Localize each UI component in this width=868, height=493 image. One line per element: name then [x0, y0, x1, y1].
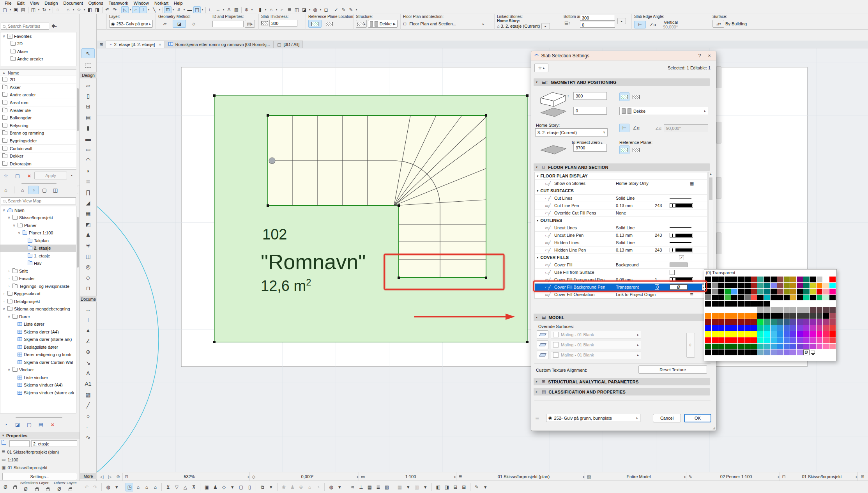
row-override-cut-fill-pens[interactable]: ▭╱Override Cut Fill PensNone — [535, 209, 707, 217]
pen-color-cell[interactable] — [725, 337, 731, 343]
viewmap-tree-item[interactable]: ∨Dører — [0, 313, 76, 321]
zoom-forward-icon[interactable]: ▷ — [106, 473, 114, 481]
hide-others-layer-icon[interactable]: Ø — [55, 485, 63, 493]
pen-color-cell[interactable] — [705, 307, 711, 313]
pen-color-cell[interactable] — [744, 313, 751, 319]
viewmap-tree-item[interactable]: Hav — [0, 260, 76, 268]
zoom-in-icon[interactable]: ⊕ — [114, 473, 122, 481]
marquee-tool[interactable] — [81, 61, 95, 71]
pen-color-cell[interactable] — [725, 344, 731, 349]
pen-color-cell[interactable] — [829, 301, 836, 307]
row-cut-lines[interactable]: ▭╱Cut LinesSolid Line — [535, 195, 707, 202]
pen-color-cell[interactable] — [712, 295, 718, 301]
row-uncut-line-pen[interactable]: ▭╱Uncut Line Pen0.13 mm243 — [535, 232, 707, 239]
wall-left-icon[interactable]: ◧ — [434, 483, 442, 491]
pen-color-cell[interactable] — [731, 283, 737, 289]
layer-combo[interactable]: ◉ 252- Gulv på grunn, bun... ▸ — [109, 20, 153, 28]
view-dropdown-icon[interactable]: ▾ — [228, 483, 236, 491]
copy-view-settings-icon[interactable]: ⧉ — [258, 483, 266, 491]
pen-color-cell[interactable] — [751, 344, 757, 349]
pen-color-cell[interactable] — [784, 325, 790, 331]
pen-color-cell[interactable] — [797, 337, 803, 343]
refplane-bottom-toggle-icon[interactable] — [631, 92, 641, 101]
pen-color-cell[interactable] — [790, 331, 796, 337]
pen-color-cell[interactable] — [784, 349, 790, 355]
pen-color-cell[interactable] — [817, 295, 823, 301]
pen-color-cell[interactable] — [817, 344, 823, 349]
move-up-icon[interactable]: △ — [181, 483, 189, 491]
pen-color-cell[interactable] — [712, 325, 718, 331]
pen-color-cell[interactable] — [725, 331, 731, 337]
column-tool[interactable]: ▮ — [81, 123, 95, 133]
row-widget[interactable] — [670, 203, 701, 208]
pen-color-cell[interactable] — [829, 349, 836, 355]
toolbox-more-section[interactable]: More — [80, 473, 97, 479]
pen-color-cell[interactable] — [731, 289, 737, 294]
chain-icon[interactable]: ∞ — [686, 333, 695, 358]
image-dropdown-icon[interactable]: ▾ — [308, 6, 311, 13]
favorites-settings-gear-icon[interactable]: ✱▸ — [50, 23, 58, 30]
pen-color-cell[interactable] — [803, 301, 810, 307]
pen-color-cell[interactable] — [738, 319, 744, 325]
pen-color-cell[interactable] — [738, 313, 744, 319]
pen-color-cell[interactable] — [718, 289, 725, 294]
pen-color-cell[interactable] — [817, 277, 823, 282]
lock-others-layer-icon[interactable] — [66, 485, 74, 493]
box-a-icon[interactable]: ▢ — [237, 483, 245, 491]
pen-color-cell[interactable] — [705, 295, 711, 301]
toolbox-documentation-section[interactable]: Docume — [80, 296, 97, 302]
favorites-list-item[interactable]: Areal rom — [0, 99, 76, 107]
slab-thickness-input[interactable] — [269, 20, 297, 27]
label-icon[interactable]: A — [225, 6, 233, 13]
pen-color-cell[interactable] — [797, 283, 803, 289]
viewmap-tree-item[interactable]: 2. etasje — [0, 245, 76, 252]
favorites-search-input[interactable] — [7, 23, 47, 29]
trace-reference-icon[interactable]: ◳ — [193, 6, 201, 13]
element-settings-dropdown-icon[interactable]: ▾ — [72, 6, 75, 13]
tab-floor-plan[interactable]: ◔ 2. etasje [3. 2. etasje] × — [106, 41, 165, 48]
viewmap-scrollbar[interactable] — [77, 217, 79, 268]
grid-a-dropdown-icon[interactable]: ▾ — [404, 483, 412, 491]
angle-dimension-tool[interactable]: ∠ — [81, 336, 95, 346]
pen-color-cell[interactable] — [810, 283, 816, 289]
pen-color-cell[interactable] — [744, 283, 751, 289]
pen-color-cell[interactable] — [738, 325, 744, 331]
pen-color-cell[interactable] — [718, 295, 725, 301]
floor-plan-display-combo[interactable]: Floor Plan and Section... ▸ — [408, 20, 486, 28]
pen-color-cell[interactable] — [777, 277, 783, 282]
pen-color-cell[interactable] — [731, 313, 737, 319]
level-field[interactable]: 3700 — [573, 144, 607, 152]
pen-color-cell[interactable] — [797, 331, 803, 337]
pen-color-cell[interactable] — [823, 307, 829, 313]
info-dropdown-icon[interactable]: ▾ — [113, 483, 120, 491]
pen-color-cell[interactable] — [771, 331, 777, 337]
pen-color-cell[interactable] — [705, 331, 711, 337]
pen-color-cell[interactable] — [764, 325, 770, 331]
structure-combo[interactable]: Dekke ▶ — [368, 20, 398, 28]
leaf-icon[interactable]: ❀ — [280, 483, 288, 491]
row-cover-fill-orientation[interactable]: ▭╱Cover Fill OrientationLink to Project … — [535, 291, 707, 298]
viewmap-tree-item[interactable]: Skjema dører Curtain Wal — [0, 358, 76, 366]
pen-color-cell[interactable] — [823, 337, 829, 343]
geometry-method-rectangle-icon[interactable]: ◪ — [173, 20, 186, 28]
view-map-icon[interactable]: ◔ — [28, 186, 39, 194]
pen-color-cell[interactable] — [764, 337, 770, 343]
pen-color-cell[interactable] — [829, 337, 836, 343]
pen-color-cell[interactable] — [797, 301, 803, 307]
fill2-icon[interactable]: ▨ — [383, 483, 391, 491]
pen-color-cell[interactable] — [731, 325, 737, 331]
pen-color-cell[interactable] — [712, 331, 718, 337]
pen-color-cell[interactable] — [790, 289, 796, 294]
story-up-icon[interactable]: ⌂ — [134, 483, 142, 491]
pen-color-cell[interactable] — [731, 307, 737, 313]
pen-color-cell[interactable] — [751, 307, 757, 313]
row-widget[interactable] — [670, 242, 701, 243]
magic-pen-dropdown-icon[interactable]: ▾ — [481, 483, 489, 491]
pen-color-cell[interactable] — [803, 307, 810, 313]
pen-color-cell[interactable] — [823, 289, 829, 294]
pen-color-cell[interactable] — [757, 277, 764, 282]
snap-guides-icon[interactable]: ◺ — [121, 6, 129, 13]
pen-color-cell[interactable] — [829, 289, 836, 294]
pen-color-cell[interactable] — [738, 331, 744, 337]
elevation-dimension-tool[interactable]: ▲ — [81, 326, 95, 335]
